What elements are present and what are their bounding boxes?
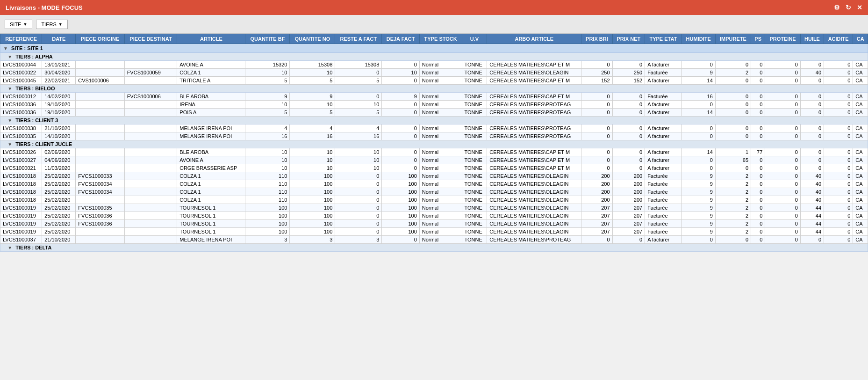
column-header-arbo-article: ARBO ARTICLE (487, 34, 581, 44)
app-title: Livraisons - MODE FOCUS (6, 4, 83, 11)
column-header-humidite: HUMIDITE (681, 34, 715, 44)
column-header-ca: CA (853, 34, 868, 44)
table-row[interactable]: LVCS100001925/02/2020FVCS1000036TOURNESO… (0, 212, 868, 220)
column-header-quantite-bf: QUANTITE BF (245, 34, 290, 44)
main-table: REFERENCEDATEPIECE ORIGINEPIECE DESTINAT… (0, 34, 868, 252)
column-header-prix-net: PRIX NET (612, 34, 645, 44)
table-row[interactable]: LVCS100001825/02/2020FVCS1000034COLZA 11… (0, 188, 868, 196)
table-row[interactable]: LVCS100004522/02/2021CVS1000006TRITICALE… (0, 77, 868, 85)
group-tiers-row[interactable]: ▼ TIERS : ALPHA (0, 53, 868, 61)
column-header-row: REFERENCEDATEPIECE ORIGINEPIECE DESTINAT… (0, 34, 868, 44)
group-site-row[interactable]: ▼ SITE : SITE 1 (0, 44, 868, 53)
column-header-reference: REFERENCE (0, 34, 42, 44)
refresh-icon[interactable]: ↻ (846, 4, 851, 11)
table-row[interactable]: LVCS100003721/10/2020MELANGE IRENA POI33… (0, 236, 868, 244)
table-row[interactable]: LVCS100001214/02/2020FVCS1000006BLE AROB… (0, 93, 868, 101)
table-row[interactable]: LVCS100001925/02/2020FVCS1000036TOURNESO… (0, 220, 868, 228)
tiers-label: TIERS (41, 22, 56, 27)
group-tiers-row[interactable]: ▼ TIERS : DELTA (0, 244, 868, 252)
table-row[interactable]: LVCS100003619/10/2020IRENA1010100NormalT… (0, 101, 868, 109)
close-icon[interactable]: ✕ (857, 4, 862, 11)
group-tiers-row[interactable]: ▼ TIERS : CLIENT 3 (0, 117, 868, 124)
table-row[interactable]: LVCS100001825/02/2020FVCS1000033COLZA 11… (0, 172, 868, 180)
table-row[interactable]: LVCS100001925/02/2020TOURNESOL 110010001… (0, 228, 868, 236)
tiers-arrow-icon: ▼ (58, 22, 63, 27)
table-row[interactable]: LVCS100003514/10/2020MELANGE IRENA POI16… (0, 132, 868, 140)
column-header-huile: HUILE (800, 34, 824, 44)
toolbar: SITE ▼ TIERS ▼ (0, 15, 868, 34)
table-row[interactable]: LVCS100001925/02/2020FVCS1000035TOURNESO… (0, 204, 868, 212)
column-header-reste-a-fact: RESTE A FACT (335, 34, 382, 44)
titlebar-icons: ⚙ ↻ ✕ (834, 4, 862, 11)
column-header-impurete: IMPURETE (715, 34, 751, 44)
table-row[interactable]: LVCS100001825/02/2020FVCS1000034COLZA 11… (0, 180, 868, 188)
column-header-quantite-no: QUANTITE NO (290, 34, 335, 44)
table-row[interactable]: LVCS100002230/04/2020FVCS1000059COLZA 11… (0, 69, 868, 77)
tiers-button[interactable]: TIERS ▼ (36, 20, 67, 29)
table-row[interactable]: LVCS100003821/10/2020MELANGE IRENA POI44… (0, 124, 868, 132)
column-header-acidite: ACIDITE (824, 34, 853, 44)
table-row[interactable]: LVCS100002602/06/2020BLE AROBA1010100Nor… (0, 148, 868, 156)
site-arrow-icon: ▼ (23, 22, 27, 27)
column-header-type-stock: TYPE STOCK (419, 34, 462, 44)
column-header-deja-fact: DEJA FACT (382, 34, 419, 44)
titlebar: Livraisons - MODE FOCUS ⚙ ↻ ✕ (0, 0, 868, 15)
table-row[interactable]: LVCS100002111/03/2020ORGE BRASSERIE ASP1… (0, 164, 868, 172)
table-row[interactable]: LVCS100003619/10/2020POIS A5550NormalTON… (0, 109, 868, 117)
column-header-proteine: PROTEINE (765, 34, 801, 44)
column-header-date: DATE (42, 34, 76, 44)
table-body: ▼ SITE : SITE 1 ▼ TIERS : ALPHALVCS10000… (0, 44, 868, 252)
group-tiers-row[interactable]: ▼ TIERS : BIELOO (0, 85, 868, 93)
column-header-u.v: U.V (462, 34, 487, 44)
column-header-prix-bri: PRIX BRI (581, 34, 612, 44)
table-row[interactable]: LVCS100001825/02/2020COLZA 11101000100No… (0, 196, 868, 204)
table-container[interactable]: REFERENCEDATEPIECE ORIGINEPIECE DESTINAT… (0, 34, 868, 380)
site-label: SITE (10, 22, 21, 27)
table-row[interactable]: LVCS100002704/06/2020AVOINE A1010100Norm… (0, 156, 868, 164)
settings-icon[interactable]: ⚙ (834, 4, 840, 11)
column-header-piece-destinat: PIECE DESTINAT (124, 34, 177, 44)
site-button[interactable]: SITE ▼ (5, 20, 32, 29)
column-header-piece-origine: PIECE ORIGINE (76, 34, 124, 44)
table-row[interactable]: LVCS100004413/01/2021AVOINE A15320153081… (0, 61, 868, 69)
column-header-type-etat: TYPE ETAT (645, 34, 681, 44)
column-header-article: ARTICLE (177, 34, 245, 44)
column-header-ps: PS (751, 34, 765, 44)
group-tiers-row[interactable]: ▼ TIERS : CLIENT JUCLE (0, 140, 868, 148)
